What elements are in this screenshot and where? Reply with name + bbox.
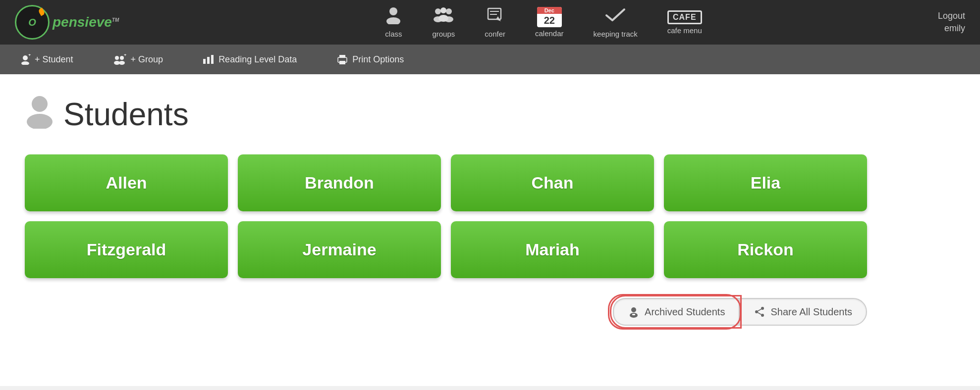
calendar-month: Dec [537, 7, 562, 14]
svg-point-12 [21, 61, 29, 65]
student-button-rickon[interactable]: Rickon [664, 221, 867, 278]
logout-button[interactable]: Logout [938, 11, 965, 21]
bottom-actions: Archived Students Share All Students [25, 298, 867, 326]
archived-students-icon [628, 306, 640, 318]
svg-rect-24 [339, 55, 345, 58]
svg-point-16 [120, 56, 124, 60]
reading-level-label: Reading Level Data [218, 54, 297, 65]
svg-point-27 [27, 114, 53, 129]
archived-students-label: Archived Students [645, 306, 725, 318]
nav-item-calendar[interactable]: Dec 22 calendar [535, 7, 564, 38]
nav-label-calendar: calendar [535, 29, 564, 38]
page-title-row: Students [25, 94, 955, 135]
nav-item-groups[interactable]: groups [432, 6, 455, 38]
keeping-track-icon [604, 6, 626, 28]
page-title-icon [25, 94, 54, 135]
second-navigation: + + Student + + Group Reading Level Data… [0, 45, 980, 74]
add-group-icon: + [113, 54, 127, 65]
user-area: Logout emily [938, 11, 965, 34]
student-button-jermaine[interactable]: Jermaine [238, 221, 441, 278]
svg-rect-23 [339, 61, 345, 64]
nav-label-groups: groups [432, 30, 455, 38]
add-group-button[interactable]: + + Group [113, 54, 163, 65]
add-group-label: + Group [131, 54, 163, 65]
svg-point-28 [631, 307, 636, 312]
nav-item-confer[interactable]: confer [485, 6, 505, 38]
confer-icon [486, 6, 504, 28]
share-all-students-button[interactable]: Share All Students [739, 298, 867, 326]
svg-point-31 [761, 307, 764, 310]
svg-point-33 [761, 314, 764, 317]
svg-rect-19 [203, 59, 206, 64]
student-button-fitzgerald[interactable]: Fitzgerald [25, 221, 228, 278]
student-grid: AllenBrandonChanEliaFitzgeraldJermaineMa… [25, 154, 867, 278]
svg-point-17 [119, 61, 125, 65]
bar-chart-icon [203, 54, 215, 65]
logo-leaf [38, 7, 46, 16]
main-content: Students AllenBrandonChanEliaFitzgeraldJ… [0, 74, 980, 386]
nav-item-class[interactable]: class [384, 6, 402, 38]
svg-rect-20 [207, 57, 210, 64]
print-icon [336, 54, 348, 65]
print-options-label: Print Options [352, 54, 404, 65]
add-student-label: + Student [35, 54, 73, 65]
student-button-allen[interactable]: Allen [25, 154, 228, 211]
student-button-elia[interactable]: Elia [664, 154, 867, 211]
svg-point-7 [438, 15, 448, 22]
cafe-icon: CAFE [667, 10, 702, 24]
nav-item-cafe-menu[interactable]: CAFE cafe menu [667, 10, 702, 35]
svg-point-26 [32, 96, 48, 112]
logo-text: pensieveTM [53, 14, 119, 30]
calendar-icon: Dec 22 [537, 7, 562, 27]
svg-point-25 [345, 59, 346, 60]
nav-items: class groups confer Dec 22 calendar [149, 6, 938, 38]
calendar-day: 22 [537, 14, 562, 27]
svg-text:+: + [28, 54, 31, 57]
nav-label-confer: confer [485, 30, 505, 38]
logo-icon: O [15, 5, 50, 40]
username-label: emily [944, 23, 965, 34]
svg-point-6 [440, 7, 446, 13]
add-student-icon: + [20, 54, 31, 65]
top-navigation: O pensieveTM class groups confer [0, 0, 980, 45]
reading-level-button[interactable]: Reading Level Data [203, 54, 297, 65]
logo[interactable]: O pensieveTM [15, 5, 119, 40]
page-title: Students [63, 96, 189, 133]
share-all-label: Share All Students [770, 306, 852, 318]
class-icon [384, 6, 402, 28]
nav-item-keeping-track[interactable]: keeping track [594, 6, 638, 38]
svg-point-11 [23, 55, 28, 60]
nav-label-keeping-track: keeping track [594, 30, 638, 38]
svg-point-2 [435, 8, 441, 14]
groups-icon [433, 6, 454, 28]
share-icon [754, 306, 765, 318]
svg-rect-30 [632, 314, 635, 315]
archived-btn-wrap: Archived Students [613, 298, 739, 326]
student-button-brandon[interactable]: Brandon [238, 154, 441, 211]
svg-rect-21 [211, 55, 214, 64]
svg-text:+: + [124, 54, 126, 57]
svg-point-4 [446, 8, 452, 14]
svg-line-35 [758, 313, 762, 315]
archived-students-button[interactable]: Archived Students [613, 298, 739, 326]
svg-point-32 [755, 310, 758, 313]
svg-point-1 [386, 17, 400, 24]
student-button-mariah[interactable]: Mariah [451, 221, 654, 278]
svg-point-14 [115, 56, 119, 60]
student-button-chan[interactable]: Chan [451, 154, 654, 211]
add-student-button[interactable]: + + Student [20, 54, 73, 65]
svg-line-34 [758, 309, 762, 311]
svg-point-0 [389, 7, 397, 15]
nav-label-cafe-menu: cafe menu [667, 26, 702, 35]
nav-label-class: class [385, 30, 402, 38]
print-options-button[interactable]: Print Options [336, 54, 404, 65]
